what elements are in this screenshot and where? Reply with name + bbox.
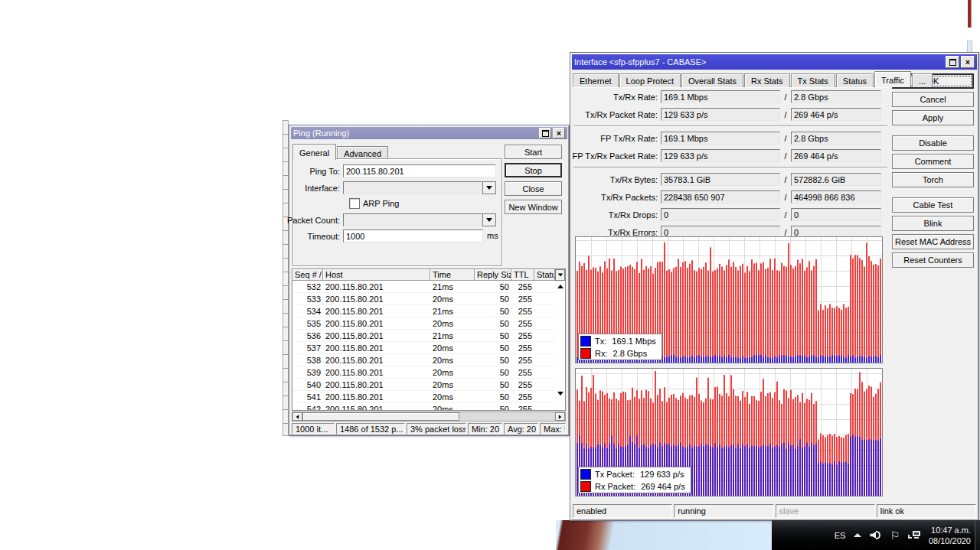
ping-column-header[interactable]: Time — [430, 269, 475, 281]
rx-value-field: 572882.6 GiB — [791, 173, 881, 186]
ping-column-header[interactable]: Host — [323, 269, 430, 281]
maximize-button[interactable] — [539, 128, 551, 138]
slash-separator: / — [780, 190, 791, 203]
interface-tab[interactable]: Loop Protect — [619, 73, 681, 87]
stat-row: Tx/Rx Rate: 169.1 Mbps / 2.8 Gbps — [573, 90, 887, 103]
ping-to-input[interactable]: 200.115.80.201 — [343, 164, 496, 177]
tx-rx-packet-graph: Tx Packet: 129 633 p/s Rx Packet: 269 46… — [575, 368, 883, 496]
close-button[interactable] — [553, 128, 565, 138]
network-icon[interactable] — [908, 530, 920, 541]
tx-value-field: 169.1 Mbps — [661, 132, 780, 145]
scrollbar-track[interactable] — [459, 412, 555, 421]
legend-row: Tx: 169.1 Mbps — [580, 335, 656, 347]
interface-action-button[interactable]: Cancel — [892, 92, 974, 107]
rx-value-field: 2.8 Gbps — [791, 90, 881, 103]
scrollbar-thumb[interactable] — [302, 412, 459, 421]
interface-tab[interactable]: Overall Stats — [681, 73, 743, 87]
ping-action-button[interactable]: Stop — [505, 163, 562, 177]
ping-tab[interactable]: General — [292, 144, 336, 160]
volume-icon[interactable] — [870, 530, 881, 540]
stat-row: FP Tx/Rx Rate: 169.1 Mbps / 2.8 Gbps — [573, 132, 887, 145]
interface-tab[interactable]: Status — [836, 73, 874, 87]
chevron-down-icon — [486, 186, 492, 190]
legend-swatch — [580, 481, 591, 492]
tx-value-field: 228438 650 907 — [661, 190, 780, 203]
ping-column-header[interactable]: Reply Size — [475, 269, 511, 281]
tx-value-field: 129 633 p/s — [661, 108, 780, 121]
ping-result-row[interactable]: 537200.115.80.20120ms50255 — [292, 342, 555, 354]
ping-action-button[interactable]: Close — [505, 181, 562, 196]
maximize-icon — [542, 130, 549, 137]
taskbar[interactable]: ES ⚐ 10:47 a.m. 08/10/2020 — [772, 520, 980, 550]
slash-separator: / — [780, 173, 791, 186]
ping-column-header[interactable]: Seq # / — [292, 269, 323, 281]
ping-action-button[interactable]: Start — [505, 145, 562, 159]
arrow-up-icon — [557, 285, 564, 288]
scroll-up-button[interactable] — [557, 283, 564, 290]
language-indicator[interactable]: ES — [835, 531, 846, 540]
tx-value-field: 35783.1 GiB — [661, 173, 780, 186]
interface-action-button[interactable]: Blink — [892, 216, 974, 231]
interface-dropdown-button[interactable] — [482, 181, 496, 194]
timeout-input[interactable]: 1000 — [343, 229, 483, 242]
show-hidden-icons-icon[interactable] — [854, 533, 861, 537]
stat-row: FP Tx/Rx Packet Rate: 129 633 p/s / 269 … — [573, 149, 887, 162]
ping-result-row[interactable]: 533200.115.80.20120ms50255 — [292, 293, 555, 305]
close-button[interactable] — [961, 56, 975, 68]
scroll-right-button[interactable] — [555, 412, 565, 421]
ping-titlebar[interactable]: Ping (Running) — [291, 127, 567, 139]
ping-received-count: 1486 of 1532 p... — [336, 423, 405, 434]
ping-column-header[interactable]: TTL — [511, 269, 534, 281]
ping-result-row[interactable]: 542200.115.80.20120ms50255 — [292, 403, 555, 411]
ping-to-label: Ping To: — [289, 164, 340, 177]
packet-count-label: Packet Count: — [289, 213, 340, 226]
arp-ping-label: ARP Ping — [363, 199, 400, 208]
system-tray: ES ⚐ 10:47 a.m. 08/10/2020 — [835, 525, 971, 546]
ping-table-rows: 532200.115.80.20121ms50255 533200.115.80… — [292, 281, 555, 411]
ping-action-button[interactable]: New Window — [505, 200, 562, 214]
action-center-flag-icon[interactable]: ⚐ — [890, 530, 900, 541]
ping-action-buttons: StartStopCloseNew Window — [505, 145, 562, 214]
ping-result-row[interactable]: 539200.115.80.20120ms50255 — [292, 366, 555, 379]
ping-result-row[interactable]: 541200.115.80.20120ms50255 — [292, 391, 555, 403]
packet-count-select[interactable] — [343, 213, 482, 226]
interface-action-button[interactable]: Reset MAC Address — [892, 234, 974, 249]
show-desktop-button[interactable] — [975, 520, 980, 550]
interface-action-button[interactable]: Disable — [892, 135, 974, 151]
interface-titlebar[interactable]: Interface <sfp-sfpplus7 - CABASE> — [572, 54, 977, 70]
interface-tab[interactable]: Ethernet — [573, 73, 619, 87]
clock[interactable]: 10:47 a.m. 08/10/2020 — [929, 525, 971, 546]
ping-table-header: Seq # /HostTimeReply SizeTTLStatu — [292, 269, 555, 281]
ping-result-row[interactable]: 534200.115.80.20121ms50255 — [292, 305, 555, 317]
interface-action-button[interactable]: Comment — [892, 154, 974, 169]
scroll-down-button[interactable] — [557, 390, 564, 397]
rx-value-field: 0 — [791, 208, 881, 221]
horizontal-scrollbar[interactable] — [292, 412, 566, 421]
interface-tab[interactable]: Traffic — [874, 71, 911, 87]
ping-column-header[interactable]: Statu — [534, 269, 555, 281]
ping-result-row[interactable]: 532200.115.80.20121ms50255 — [292, 281, 555, 293]
ping-result-row[interactable]: 536200.115.80.20121ms50255 — [292, 330, 555, 342]
interface-tab[interactable]: ... — [912, 73, 933, 87]
column-menu-button[interactable] — [555, 269, 565, 281]
arp-ping-checkbox[interactable] — [349, 198, 360, 209]
interface-action-button[interactable]: Apply — [892, 110, 974, 125]
ping-result-row[interactable]: 538200.115.80.20120ms50255 — [292, 354, 555, 366]
interface-action-button[interactable]: Cable Test — [892, 197, 974, 213]
interface-action-button[interactable]: Torch — [892, 172, 974, 187]
interface-tabs: EthernetLoop ProtectOverall StatsRx Stat… — [573, 71, 933, 87]
ping-result-row[interactable]: 535200.115.80.20120ms50255 — [292, 317, 555, 330]
rx-value-field: 464998 866 836 — [791, 190, 881, 203]
interface-tab[interactable]: Tx Stats — [791, 73, 835, 87]
packet-count-dropdown-button[interactable] — [482, 213, 496, 226]
scroll-left-button[interactable] — [292, 412, 302, 421]
interface-tab[interactable]: Rx Stats — [744, 73, 790, 87]
interface-action-button[interactable]: Reset Counters — [892, 252, 974, 268]
ping-result-row[interactable]: 540200.115.80.20120ms50255 — [292, 379, 555, 391]
ping-min-time: Min: 20 ... — [468, 423, 502, 434]
background-window-sliver — [283, 120, 289, 436]
interface-select[interactable] — [343, 181, 482, 194]
maximize-button[interactable] — [946, 56, 959, 68]
tx-rx-rate-graph: Tx: 169.1 Mbps Rx: 2.8 Gbps — [575, 236, 883, 363]
legend-row: Rx Packet: 269 464 p/s — [580, 480, 685, 492]
